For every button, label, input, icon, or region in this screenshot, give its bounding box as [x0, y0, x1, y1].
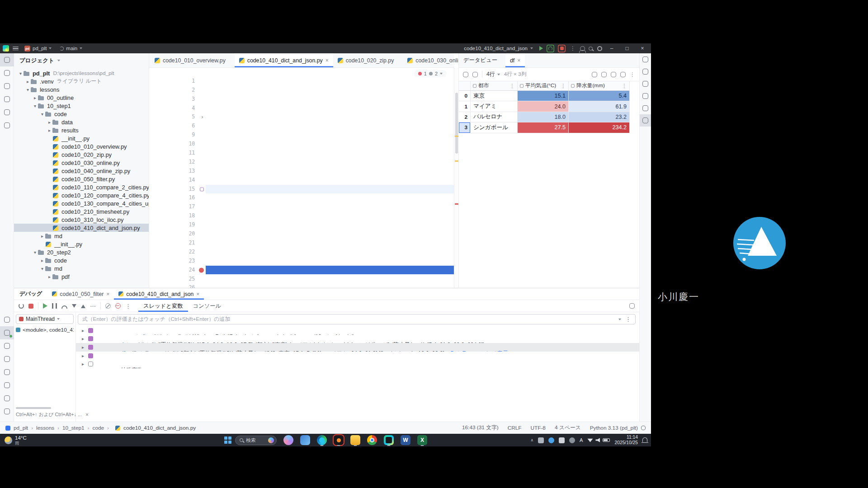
tree-chevron-icon[interactable]	[47, 120, 52, 125]
code-line[interactable]: 21 # dict から DataFrame を生成	[149, 230, 454, 239]
code-line[interactable]: 6 import ...	[149, 113, 454, 122]
gutter[interactable]: 26	[149, 274, 206, 283]
rerun-icon[interactable]	[19, 303, 24, 309]
tray-icon[interactable]	[538, 437, 544, 443]
mute-breakpoints-icon[interactable]	[105, 303, 111, 309]
variable-row[interactable]: ▸ df = {DataFrame: (4, 3)} ['都市', '平均気温(…	[76, 343, 639, 352]
stop-button[interactable]	[558, 45, 566, 52]
gutter[interactable]: 16	[149, 185, 206, 194]
menu-icon[interactable]: ⋮	[625, 316, 631, 323]
index-column-header[interactable]	[459, 81, 471, 91]
debug-view-tab[interactable]: コンソール	[188, 300, 226, 312]
code-line[interactable]: 12 results_dir = current_dir / 'results'…	[149, 149, 454, 158]
gutter[interactable]: 9	[149, 122, 206, 131]
tree-item[interactable]: data	[14, 118, 149, 126]
debug-session-tab[interactable]: code10_410_dict_and_json ×	[114, 288, 204, 300]
gutter-icon[interactable]	[200, 187, 204, 191]
page-size-select[interactable]: 4行	[486, 70, 500, 78]
expand-icon[interactable]: ▸	[82, 345, 88, 350]
step-out-icon[interactable]	[81, 302, 85, 308]
quick-settings[interactable]	[587, 438, 610, 442]
table-view-icon[interactable]	[463, 72, 468, 77]
app-edge[interactable]	[315, 434, 329, 446]
step-into-icon[interactable]	[72, 304, 76, 310]
gutter[interactable]: 4	[149, 95, 206, 104]
gutter[interactable]: 18	[149, 202, 206, 211]
code-editor[interactable]: 1 """ dict から Pandas DataFrame を生成します。 2	[149, 68, 454, 288]
breadcrumb-item[interactable]: pd_plt ›	[14, 425, 36, 431]
gutter[interactable]: 3	[149, 86, 206, 95]
gutter[interactable]: 11	[149, 140, 206, 149]
tree-chevron-icon[interactable]	[39, 112, 45, 117]
tool-project[interactable]	[0, 53, 14, 66]
gutter[interactable]: 15	[149, 176, 206, 185]
chart-view-icon[interactable]	[472, 72, 478, 77]
status-item[interactable]: 4 スペース	[555, 424, 581, 432]
tree-item[interactable]: pdf	[14, 272, 149, 281]
code-line[interactable]: 27 # DataFrame を JSON ファイルとして保存（インデントとき	[149, 283, 454, 288]
expand-icon[interactable]: ▸	[82, 353, 88, 358]
tray-icon[interactable]	[569, 437, 575, 443]
tree-item[interactable]: code10_030_online.py	[14, 159, 149, 167]
app-word[interactable]: W	[399, 434, 412, 446]
horizontal-scrollbar[interactable]	[16, 407, 51, 409]
stop-icon[interactable]	[28, 304, 33, 309]
tree-item[interactable]: code10_410_dict_and_json.py	[14, 224, 149, 232]
thread-selector[interactable]: MainThread	[16, 314, 74, 324]
tool-terminal[interactable]	[0, 352, 14, 366]
tool-documentation[interactable]	[640, 78, 651, 90]
tree-item[interactable]: code10_040_online_zip.py	[14, 167, 149, 175]
resume-icon[interactable]	[43, 303, 47, 309]
code-line[interactable]: 24 # DataFrame を表示	[149, 257, 454, 266]
temp-cell[interactable]: 24.0	[518, 101, 569, 112]
breadcrumb-file[interactable]: code10_410_dict_and_json.py	[123, 425, 196, 431]
tree-chevron-icon[interactable]	[25, 87, 31, 92]
temp-cell[interactable]: 15.1	[518, 91, 569, 101]
code-line[interactable]: 22 df = pd.DataFrame(data) df: ['都市', '平…	[149, 239, 454, 248]
tray-icon[interactable]	[548, 437, 554, 443]
tree-item[interactable]: code10_210_timesheet.py	[14, 207, 149, 216]
project-widget[interactable]: pd pd_plt	[22, 45, 54, 52]
gutter[interactable]: 25	[149, 266, 206, 275]
row-index-cell[interactable]: 3	[459, 122, 471, 133]
tool-python-console[interactable]	[0, 339, 14, 352]
rain-cell[interactable]: 23.2	[569, 112, 630, 122]
status-item[interactable]: UTF-8	[530, 425, 545, 431]
tool-bookmarks[interactable]	[0, 93, 14, 106]
column-header-rain[interactable]: 降水量(mm) ⋮	[569, 81, 630, 91]
taskbar-clock[interactable]: 11:14 2025/10/25	[614, 435, 638, 446]
gutter[interactable]: 22	[149, 239, 206, 248]
run-config-widget[interactable]: code10_410_dict_and_json	[464, 46, 533, 51]
tree-item[interactable]: code10_010_overview.py	[14, 142, 149, 150]
tree-chevron-icon[interactable]	[39, 234, 45, 239]
gutter[interactable]: 20	[149, 221, 206, 230]
tool-dataview[interactable]	[640, 114, 651, 127]
variable-row[interactable]: ▸ results_dir = {WindowsPath} WindowsPat…	[76, 352, 639, 360]
tree-item[interactable]: 10_step1	[14, 102, 149, 110]
tool-structure[interactable]	[0, 80, 14, 93]
expand-icon[interactable]: ▸	[82, 328, 88, 333]
maximize-button[interactable]: □	[621, 45, 633, 52]
tree-item[interactable]: code	[14, 110, 149, 118]
tree-chevron-icon[interactable]	[32, 95, 38, 100]
tab-close-icon[interactable]: ×	[517, 57, 520, 64]
code-line[interactable]: 16 '都市': ['東京', 'マイアミ', 'バルセロナ', 'シンガポール…	[149, 185, 454, 194]
step-over-icon[interactable]	[61, 305, 67, 309]
watch-input[interactable]: 式（Enter）の評価またはウォッチ（Ctrl+Shift+Enter）の追加 …	[78, 314, 636, 324]
code-line[interactable]: 20	[149, 221, 454, 230]
variable-row[interactable]: ▸ 特殊変数	[76, 360, 639, 368]
breadcrumb-item[interactable]: 10_step1 ›	[62, 425, 92, 431]
data-view-tab-df[interactable]: df ×	[505, 53, 525, 67]
scrollbar-thumb[interactable]	[455, 93, 458, 154]
tool-debug[interactable]	[0, 326, 14, 339]
editor-tab[interactable]: code10_010_overview.py	[150, 53, 235, 67]
tab-close-icon[interactable]: ×	[326, 57, 329, 64]
stack-frame[interactable]: <module>, code10_410_di	[16, 325, 74, 334]
city-cell[interactable]: シンガポール	[471, 122, 518, 133]
gutter[interactable]: 12	[149, 149, 206, 158]
gutter[interactable]: 10	[149, 131, 206, 140]
gutter[interactable]: 23	[149, 248, 206, 257]
tool-commit[interactable]	[0, 66, 14, 80]
debug-session-tab[interactable]: code10_050_filter ×	[47, 288, 114, 300]
tree-item[interactable]: 00_outline	[14, 94, 149, 102]
